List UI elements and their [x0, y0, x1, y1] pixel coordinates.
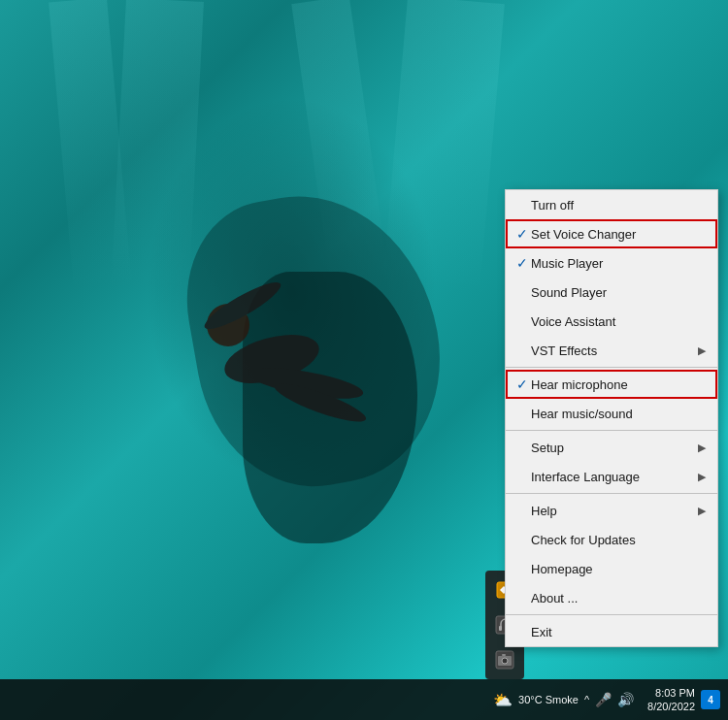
- submenu-arrow-setup: ▶: [698, 442, 706, 454]
- menu-check-hear-microphone: ✓: [513, 376, 531, 392]
- menu-item-music-player[interactable]: ✓Music Player: [506, 248, 717, 278]
- menu-check-set-voice-changer: ✓: [513, 226, 531, 242]
- menu-label-hear-microphone: Hear microphone: [531, 377, 706, 392]
- menu-separator: [506, 614, 717, 615]
- menu-item-check-updates[interactable]: Check for Updates: [506, 525, 717, 554]
- menu-check-music-player: ✓: [513, 255, 531, 271]
- menu-item-voice-assistant[interactable]: Voice Assistant: [506, 307, 717, 336]
- clock-time: 8:03 PM: [655, 686, 695, 700]
- taskbar: ⛅ 30°C Smoke ^ 🎤 🔊 8:03 PM 8/20/2022 4: [0, 679, 728, 720]
- menu-separator: [506, 367, 717, 368]
- menu-item-sound-player[interactable]: Sound Player: [506, 278, 717, 307]
- menu-item-hear-music[interactable]: Hear music/sound: [506, 399, 717, 428]
- menu-separator: [506, 493, 717, 494]
- menu-item-homepage[interactable]: Homepage: [506, 554, 717, 583]
- menu-label-homepage: Homepage: [531, 562, 706, 576]
- weather-icon: ⛅: [493, 691, 513, 709]
- menu-item-setup[interactable]: Setup▶: [506, 433, 717, 462]
- svg-point-11: [502, 658, 508, 664]
- menu-item-about[interactable]: About ...: [506, 583, 717, 612]
- submenu-arrow-vst-effects: ▶: [698, 344, 706, 357]
- context-menu: Turn off✓Set Voice Changer✓Music PlayerS…: [505, 189, 718, 647]
- menu-separator: [506, 430, 717, 431]
- menu-item-set-voice-changer[interactable]: ✓Set Voice Changer: [506, 219, 717, 248]
- menu-label-help: Help: [531, 504, 698, 518]
- menu-item-turn-off[interactable]: Turn off: [506, 190, 717, 219]
- menu-label-set-voice-changer: Set Voice Changer: [531, 227, 706, 242]
- menu-item-vst-effects[interactable]: VST Effects▶: [506, 336, 717, 365]
- menu-label-interface-language: Interface Language: [531, 470, 698, 484]
- svg-rect-12: [502, 654, 506, 656]
- submenu-arrow-help: ▶: [698, 505, 706, 517]
- menu-label-check-updates: Check for Updates: [531, 533, 706, 547]
- menu-item-hear-microphone[interactable]: ✓Hear microphone: [506, 370, 717, 399]
- menu-label-exit: Exit: [531, 625, 706, 639]
- weather-info: 30°C Smoke: [518, 694, 579, 705]
- speaker-icon: 🔊: [617, 692, 634, 707]
- menu-label-sound-player: Sound Player: [531, 285, 706, 300]
- menu-label-about: About ...: [531, 591, 706, 605]
- notification-badge[interactable]: 4: [701, 690, 720, 709]
- swimmer-silhouette: [116, 213, 427, 505]
- camera-icon[interactable]: [489, 644, 520, 675]
- menu-label-vst-effects: VST Effects: [531, 344, 698, 358]
- chevron-icon[interactable]: ^: [584, 694, 589, 705]
- menu-label-music-player: Music Player: [531, 256, 706, 271]
- submenu-arrow-interface-language: ▶: [698, 471, 706, 483]
- clock-date: 8/20/2022: [647, 700, 695, 713]
- menu-item-exit[interactable]: Exit: [506, 617, 717, 646]
- menu-label-setup: Setup: [531, 441, 698, 455]
- menu-label-hear-music: Hear music/sound: [531, 407, 706, 421]
- svg-rect-7: [499, 626, 502, 631]
- menu-label-turn-off: Turn off: [531, 198, 706, 213]
- menu-label-voice-assistant: Voice Assistant: [531, 314, 706, 329]
- menu-item-help[interactable]: Help▶: [506, 496, 717, 525]
- mic-icon: 🎤: [595, 692, 612, 707]
- taskbar-clock: 8:03 PM 8/20/2022: [647, 686, 695, 714]
- menu-item-interface-language[interactable]: Interface Language▶: [506, 462, 717, 491]
